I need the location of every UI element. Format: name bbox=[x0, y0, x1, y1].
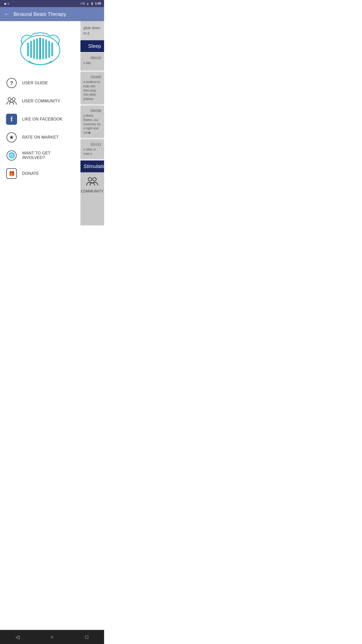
gift-icon: 🎁 bbox=[6, 168, 17, 179]
svg-rect-1 bbox=[27, 43, 29, 56]
sidebar-item-user-community[interactable]: USER COMMUNITY bbox=[0, 92, 80, 110]
sidebar-drawer: ? USER GUIDE USER COMMUNITY f bbox=[0, 21, 80, 225]
svg-point-10 bbox=[8, 98, 11, 101]
app-header: ← Binaural Beats Therapy bbox=[0, 7, 104, 21]
brain-logo-area bbox=[0, 21, 80, 74]
sidebar-item-like-facebook[interactable]: f LIKE ON FACEBOOK bbox=[0, 110, 80, 128]
android-icon: ⊙ bbox=[7, 2, 9, 5]
community-people-icon bbox=[86, 176, 99, 188]
top-hint-card: glide down to d. bbox=[80, 21, 104, 40]
community-label: COMMUNITY bbox=[81, 189, 104, 193]
sidebar-item-user-guide[interactable]: ? USER GUIDE bbox=[0, 74, 80, 92]
svg-rect-2 bbox=[30, 41, 32, 58]
lte-icon: LTE bbox=[80, 2, 85, 5]
svg-rect-8 bbox=[48, 41, 50, 58]
sidebar-item-donate[interactable]: 🎁 DONATE bbox=[0, 165, 80, 183]
card-text-3: y Motor Rythm. our insomnia, for e night… bbox=[83, 114, 101, 135]
back-button[interactable]: ← bbox=[4, 11, 10, 17]
svg-rect-7 bbox=[45, 39, 47, 59]
sleep-card-1[interactable]: 00H19 e day bbox=[80, 53, 104, 70]
svg-rect-3 bbox=[33, 39, 35, 59]
battery-icon: 🔋 bbox=[90, 2, 94, 5]
card-time-1: 00H19 bbox=[83, 56, 101, 60]
main-container: ? USER GUIDE USER COMMUNITY f bbox=[0, 21, 104, 225]
users-icon bbox=[6, 96, 17, 107]
card-time-3: 00H38 bbox=[83, 109, 101, 113]
question-icon: ? bbox=[6, 77, 17, 89]
top-hint-text: glide down to d. bbox=[83, 25, 101, 36]
stimulation-section-header: Stimulation bbox=[80, 160, 104, 172]
svg-rect-5 bbox=[39, 37, 41, 60]
want-involved-label: WANT TO GET INVOLVED? bbox=[22, 151, 74, 160]
user-community-label: USER COMMUNITY bbox=[22, 99, 60, 103]
card-text-4: n relax or read a bbox=[83, 147, 101, 156]
sleep-section-header: Sleep bbox=[80, 40, 104, 52]
star-icon: ★ bbox=[6, 132, 17, 143]
rate-market-label: RATE ON MARKET bbox=[22, 135, 59, 140]
sleep-card-2[interactable]: 01H00 e bedtime to help with 6mn drop in… bbox=[80, 72, 104, 104]
brain-logo bbox=[18, 31, 63, 66]
svg-rect-9 bbox=[51, 43, 53, 56]
svg-point-13 bbox=[93, 178, 96, 181]
svg-point-11 bbox=[12, 98, 15, 101]
stimulation-title: Stimulation bbox=[83, 164, 104, 169]
card-time-2: 01H00 bbox=[83, 75, 101, 79]
right-content-panel: glide down to d. Sleep 00H19 e day 01H00… bbox=[80, 21, 104, 225]
like-facebook-label: LIKE ON FACEBOOK bbox=[22, 117, 62, 122]
app-title: Binaural Beats Therapy bbox=[14, 11, 66, 17]
svg-rect-4 bbox=[36, 38, 38, 59]
card-text-1: e day bbox=[83, 61, 101, 65]
status-bar: ▣ ⊙ LTE ▲ 🔋 1:00 bbox=[0, 0, 104, 7]
svg-point-12 bbox=[88, 178, 92, 181]
sidebar-item-rate-market[interactable]: ★ RATE ON MARKET bbox=[0, 128, 80, 146]
sleep-card-3[interactable]: 00H38 y Motor Rythm. our insomnia, for e… bbox=[80, 106, 104, 138]
svg-rect-6 bbox=[42, 38, 44, 59]
globe-icon: 🌐 bbox=[6, 150, 17, 161]
sidebar-item-want-involved[interactable]: 🌐 WANT TO GET INVOLVED? bbox=[0, 146, 80, 165]
community-card[interactable]: COMMUNITY bbox=[80, 172, 104, 225]
user-guide-label: USER GUIDE bbox=[22, 81, 48, 85]
card-time-4: 01H13 bbox=[83, 142, 101, 146]
signal-icon: ▲ bbox=[86, 2, 89, 5]
sleep-card-4[interactable]: 01H13 n relax or read a bbox=[80, 139, 104, 159]
donate-label: DONATE bbox=[22, 171, 39, 176]
sleep-title: Sleep bbox=[88, 43, 101, 49]
sim-icon: ▣ bbox=[4, 2, 6, 5]
status-icons-left: ▣ ⊙ bbox=[4, 2, 9, 5]
facebook-icon: f bbox=[6, 114, 17, 125]
status-time: 1:00 bbox=[95, 2, 101, 5]
card-text-2: e bedtime to help with 6mn drop into del… bbox=[83, 80, 101, 101]
